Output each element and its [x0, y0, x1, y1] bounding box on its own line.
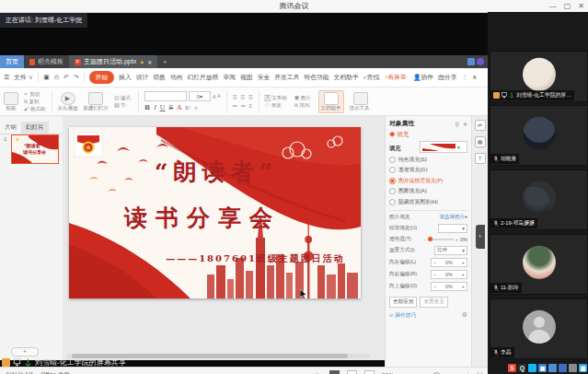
fit-slide-icon[interactable]: ⛶: [478, 371, 482, 374]
maximize-icon[interactable]: ▢: [564, 2, 571, 10]
offset-top-stepper[interactable]: −0%+: [431, 282, 467, 291]
fill-option-solid[interactable]: 纯色填充(S): [389, 156, 467, 164]
fill-option-hide-bg[interactable]: 隐藏背景图形(H): [389, 198, 467, 206]
print-icon[interactable]: ⎙: [54, 74, 59, 81]
slide-subtitle[interactable]: ———1807601班级主题团日活动: [156, 252, 354, 265]
minimize-icon[interactable]: —: [549, 2, 557, 10]
reading-view-icon[interactable]: [364, 370, 375, 374]
placement-dropdown[interactable]: 拉伸▾: [434, 246, 467, 255]
slider-handle[interactable]: [428, 237, 432, 241]
menu-transition[interactable]: 切换: [153, 73, 166, 82]
choose-picture-button[interactable]: 请选择图片▸: [439, 214, 467, 221]
participant-tile[interactable]: 李晶: [490, 298, 588, 359]
more-icon[interactable]: ⋮: [461, 74, 467, 81]
user-icon[interactable]: [569, 364, 577, 372]
qq-icon[interactable]: Q: [518, 364, 526, 372]
offset-left-stepper[interactable]: −0%+: [431, 258, 467, 267]
cut-button[interactable]: ✂ 剪切: [24, 90, 40, 98]
slide-title-line1[interactable]: “朗读者”: [97, 157, 336, 187]
font-color-button[interactable]: A: [177, 104, 181, 111]
participant-tile[interactable]: 胡晓青: [490, 105, 588, 166]
share-button[interactable]: 🖄分享: [438, 73, 456, 82]
templates-icon[interactable]: ▦: [475, 136, 486, 147]
tips-link[interactable]: ⊙ 操作技巧: [389, 311, 416, 320]
fill-preview-dropdown[interactable]: ▾: [420, 141, 467, 153]
sync-status-button[interactable]: ◔有异常·: [384, 73, 409, 82]
slide-1[interactable]: “朗读者” 读书分享会 ———1807601班级主题团日活动: [69, 127, 361, 298]
collapse-ribbon-icon[interactable]: ∧: [472, 74, 477, 81]
highlight-button[interactable]: ◇: [194, 105, 198, 111]
play-from-start-button[interactable]: ▶ 从头播放: [58, 92, 78, 111]
underline-button[interactable]: U: [160, 104, 166, 111]
participant-tile[interactable]: 2-19-邓马媛媛: [490, 169, 588, 230]
menu-file[interactable]: 文件 ∨: [14, 73, 33, 82]
skins-icon[interactable]: ⇄: [475, 120, 486, 131]
menu-devtools[interactable]: 开发工具: [274, 73, 299, 82]
tab-outline[interactable]: 大纲: [0, 122, 21, 134]
menu-design[interactable]: 设计: [136, 73, 149, 82]
transparency-minus-icon[interactable]: −: [422, 237, 425, 242]
align-center-icon[interactable]: ☰: [240, 94, 245, 100]
align-left-icon[interactable]: ☰: [233, 94, 237, 100]
menu-start[interactable]: 开始: [89, 71, 115, 84]
numbering-icon[interactable]: ≕: [241, 102, 247, 109]
participant-tile[interactable]: 刘雪晴-化工学院的屏…: [490, 51, 588, 102]
undo-icon[interactable]: ↶: [63, 74, 69, 81]
slide-sorter-icon[interactable]: [347, 370, 357, 374]
apply-all-button[interactable]: 全部应用: [389, 297, 417, 308]
normal-view-icon[interactable]: [329, 370, 340, 374]
offset-right-stepper[interactable]: −0%+: [431, 270, 467, 279]
slide-thumbnail-1[interactable]: “朗读者” 读书分享会: [11, 134, 59, 164]
slide-canvas[interactable]: “朗读者” 读书分享会 ———1807601班级主题团日活动: [63, 116, 385, 360]
transparency-slider[interactable]: [428, 239, 454, 240]
collaborate-button[interactable]: 👤协作: [413, 73, 433, 82]
textbox-button[interactable]: 🄰 文本框·: [265, 94, 289, 101]
redo-icon[interactable]: ↷: [74, 74, 79, 81]
tab-home[interactable]: 首页: [0, 55, 24, 68]
meeting-icon[interactable]: ▣: [538, 364, 547, 372]
find-button[interactable]: ⌕查找: [363, 73, 379, 82]
save-icon[interactable]: ▣: [43, 74, 49, 81]
font-family-select[interactable]: [144, 91, 187, 101]
settings-gear-icon[interactable]: ⚙: [462, 311, 467, 319]
superscript-button[interactable]: X²: [185, 105, 190, 111]
menu-animation[interactable]: 动画: [170, 73, 183, 82]
menu-security[interactable]: 安全: [258, 73, 271, 82]
strikethrough-button[interactable]: S: [169, 104, 174, 111]
texture-fill-dropdown[interactable]: ▾: [438, 224, 467, 233]
pin-panel-icon[interactable]: ⚲: [455, 121, 459, 127]
format-painter-button[interactable]: 🖌 格式刷: [24, 105, 46, 112]
message-icon[interactable]: [467, 58, 475, 65]
arrange-button[interactable]: ⧉ 排列·: [294, 101, 311, 109]
font-size-select[interactable]: 0 ▾: [189, 91, 211, 101]
collapse-panel-tab[interactable]: ›: [476, 225, 485, 249]
italic-button[interactable]: I: [154, 104, 156, 111]
add-slide-button[interactable]: +: [11, 347, 39, 356]
grow-font-icon[interactable]: A: [213, 93, 216, 100]
docs-icon[interactable]: [559, 364, 567, 372]
layout-button[interactable]: ▤ 版式·: [114, 94, 133, 101]
new-slide-button[interactable]: 新建幻灯片: [84, 92, 110, 111]
menu-features[interactable]: 特色功能: [304, 73, 329, 82]
picture-button[interactable]: ▣ 图片·: [294, 94, 313, 101]
paste-button[interactable]: 粘贴: [4, 92, 18, 111]
browser-icon[interactable]: [528, 364, 536, 372]
fill-option-pattern[interactable]: 图案填充(A): [389, 187, 467, 195]
close-document-icon[interactable]: ✕: [147, 59, 152, 65]
close-icon[interactable]: ✕: [578, 2, 584, 10]
menu-review[interactable]: 审阅: [223, 73, 236, 82]
wps-icon[interactable]: S: [508, 364, 516, 372]
tab-slides[interactable]: 幻灯片: [21, 122, 49, 134]
panel-section-fill[interactable]: ◆ 填充: [389, 131, 467, 139]
shapes-button[interactable]: ◇ 形状·: [265, 101, 283, 109]
menu-view[interactable]: 视图: [240, 73, 253, 82]
close-panel-icon[interactable]: ✕: [463, 121, 467, 127]
bold-button[interactable]: B: [144, 103, 150, 111]
skin-icon[interactable]: [477, 58, 484, 65]
section-button[interactable]: ▦ 节·: [114, 101, 127, 109]
participant-tile[interactable]: 11-郭玲: [490, 234, 588, 295]
fill-option-gradient[interactable]: 渐变填充(G): [389, 166, 467, 174]
hamburger-icon[interactable]: ☰: [4, 74, 9, 81]
text-tool-icon[interactable]: T: [475, 153, 486, 164]
align-right-icon[interactable]: ☰: [248, 94, 252, 100]
